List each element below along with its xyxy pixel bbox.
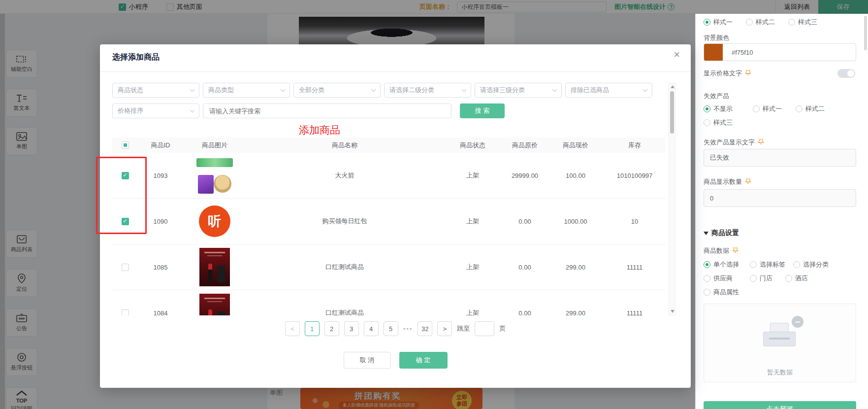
show-price-label: 显示价格文字	[704, 69, 752, 78]
color-swatch[interactable]	[704, 44, 723, 61]
product-name: 大火箭	[246, 171, 443, 180]
invalid-style2-radio[interactable]	[796, 105, 803, 112]
panel-scrollbar[interactable]	[864, 16, 867, 50]
page-unit-label: 页	[499, 324, 506, 333]
store-radio[interactable]	[750, 275, 757, 282]
supplier-radio[interactable]	[704, 275, 710, 282]
page-button-3[interactable]: 3	[344, 321, 359, 336]
prev-page-button[interactable]: <	[285, 321, 300, 336]
single-select-radio[interactable]	[704, 261, 710, 268]
modal-backdrop-top	[695, 0, 868, 14]
product-status: 上架	[443, 171, 502, 180]
settings-panel: 样式一 样式二 样式三 背景颜色 #f75f10 显示价格文字 失效产品 不显示	[695, 14, 868, 409]
table-scrollbar[interactable]	[669, 83, 675, 315]
hotel-radio[interactable]	[785, 275, 792, 282]
data-option-select-tag[interactable]: 选择标签	[750, 260, 785, 269]
confirm-button[interactable]: 确 定	[399, 352, 448, 369]
scrollbar-thumb[interactable]	[670, 91, 674, 134]
invalid-option-hide[interactable]: 不显示	[704, 104, 733, 113]
invalid-option-style3[interactable]: 样式三	[704, 118, 733, 127]
select-all-checkbox[interactable]	[122, 141, 129, 149]
attribute-radio[interactable]	[704, 289, 710, 296]
cancel-button[interactable]: 取 消	[344, 352, 391, 369]
price-sort-select[interactable]: 价格排序	[112, 103, 199, 118]
style-3-radio[interactable]	[788, 19, 795, 26]
search-button[interactable]: 搜 索	[460, 103, 505, 118]
annotation-add-product: 添加商品	[299, 123, 340, 137]
data-option-single-select[interactable]: 单个选择	[704, 260, 739, 269]
invalid-style3-radio[interactable]	[704, 119, 710, 126]
color-hex-value: #f75f10	[732, 49, 753, 56]
select-tag-radio[interactable]	[750, 261, 757, 268]
product-name: 购买领每日红包	[246, 217, 443, 226]
third-category-filter-select[interactable]: 请选择三级分类	[475, 83, 562, 98]
style-option-2[interactable]: 样式二	[746, 18, 775, 27]
data-option-hotel[interactable]: 酒店	[785, 274, 808, 283]
style-option-3[interactable]: 样式三	[788, 18, 817, 27]
style-option-1[interactable]: 样式一	[704, 18, 733, 27]
style-2-radio[interactable]	[746, 19, 753, 26]
status-filter-select[interactable]: 商品状态	[112, 83, 199, 98]
product-name: 口红测试商品	[246, 263, 443, 272]
more-pages-icon[interactable]: •••	[403, 325, 413, 333]
display-count-input[interactable]	[704, 189, 856, 207]
invalid-text-label: 失效产品显示文字	[704, 138, 765, 147]
sub-category-filter-select[interactable]: 请选择二级分类	[384, 83, 471, 98]
page-button-5[interactable]: 5	[384, 321, 398, 336]
col-header-id: 商品ID	[138, 141, 183, 150]
product-image-lipstick	[199, 248, 230, 286]
invalid-option-style1[interactable]: 样式一	[753, 104, 782, 113]
page-button-last[interactable]: 32	[418, 321, 432, 336]
table-row: 1093 大火箭 上架 29999.00 100.00 1010100997	[112, 153, 666, 199]
jump-page-input[interactable]	[475, 321, 494, 336]
invalid-text-input[interactable]	[704, 149, 856, 167]
select-category-radio[interactable]	[793, 261, 800, 268]
dialog-title: 选择添加商品	[112, 52, 160, 63]
ellipsis-bubble-icon: •••	[792, 316, 804, 328]
chevron-down-icon	[190, 107, 195, 112]
style-1-radio[interactable]	[704, 19, 710, 26]
panel-bottom-button[interactable]: 点击预览	[704, 401, 856, 409]
page-button-1[interactable]: 1	[305, 321, 320, 336]
table-row: 1085 口红测试商品 上架 0.00 299.00 11111	[112, 244, 666, 290]
bg-color-picker[interactable]: #f75f10	[704, 43, 856, 61]
goods-settings-section-header[interactable]: 商品设置	[704, 229, 739, 238]
stock-value: 11111	[604, 309, 666, 316]
data-option-supplier[interactable]: 供应商	[704, 274, 733, 283]
data-option-store[interactable]: 门店	[750, 274, 772, 283]
row-checkbox[interactable]	[122, 264, 129, 271]
scroll-up-icon[interactable]	[671, 85, 675, 88]
original-price: 0.00	[502, 264, 547, 271]
next-page-button[interactable]: >	[437, 321, 452, 336]
current-price: 299.00	[547, 264, 604, 271]
type-filter-select[interactable]: 商品类型	[203, 83, 290, 98]
invalid-hide-radio[interactable]	[704, 105, 710, 112]
data-option-attribute[interactable]: 商品属性	[704, 288, 739, 297]
invalid-option-style2[interactable]: 样式二	[796, 104, 825, 113]
product-status: 上架	[443, 308, 502, 315]
page-button-4[interactable]: 4	[364, 321, 379, 336]
table-row: 1090 听 购买领每日红包 上架 0.00 1000.00 10	[112, 199, 666, 244]
category-filter-select[interactable]: 全部分类	[293, 83, 381, 98]
keyword-search-input[interactable]	[203, 103, 451, 118]
bell-icon	[757, 138, 765, 147]
editor-page: 小程序 其他页面 页面名称： 图片智能在线设计 ? 返回列表 保存 辅助空白 富…	[0, 0, 868, 409]
current-price: 1000.00	[547, 218, 604, 225]
invalid-product-label: 失效产品	[704, 92, 729, 101]
product-image-red-circle: 听	[199, 205, 230, 237]
chevron-down-icon	[190, 87, 195, 92]
row-checkbox[interactable]	[122, 309, 129, 316]
chevron-down-icon	[704, 232, 708, 235]
scroll-down-icon[interactable]	[671, 310, 675, 313]
page-button-2[interactable]: 2	[324, 321, 339, 336]
product-image-lipstick	[199, 294, 230, 315]
invalid-style1-radio[interactable]	[753, 105, 760, 112]
close-icon[interactable]: ×	[674, 49, 680, 60]
col-header-stock: 库存	[604, 141, 666, 150]
current-price: 299.00	[547, 309, 604, 316]
exclude-selected-filter-select[interactable]: 排除已选商品	[565, 83, 652, 98]
data-option-select-category[interactable]: 选择分类	[793, 260, 829, 269]
product-status: 上架	[443, 217, 502, 226]
chevron-down-icon	[643, 87, 648, 92]
show-price-toggle[interactable]	[837, 69, 855, 78]
